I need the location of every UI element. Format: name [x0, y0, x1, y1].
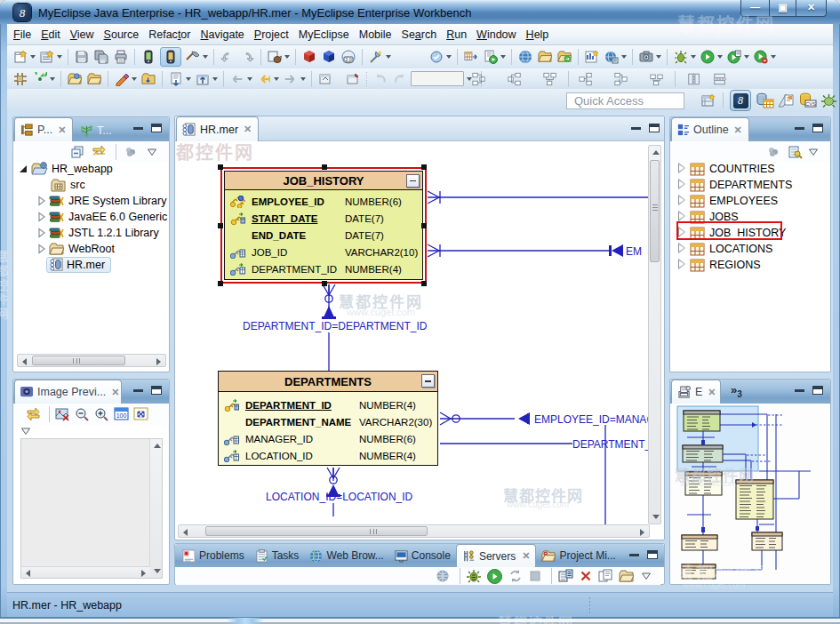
- svg-text:EM: EM: [626, 245, 642, 258]
- svg-text:DEPARTMENT_ID=DEPARTMENT_ID: DEPARTMENT_ID=DEPARTMENT_ID: [243, 320, 428, 332]
- svg-text:R: R: [613, 58, 617, 63]
- svg-text:2.0: 2.0: [345, 57, 352, 62]
- svg-text:CVS: CVS: [805, 101, 816, 107]
- svg-text:EMPLOYEE_ID=MANAG: EMPLOYEE_ID=MANAG: [534, 413, 650, 426]
- svg-text:DEPARTMENT_I: DEPARTMENT_I: [572, 438, 650, 451]
- svg-text:100: 100: [116, 412, 127, 419]
- svg-text:8: 8: [20, 6, 26, 20]
- svg-text:LOCATION_ID=LOCATION_ID: LOCATION_ID=LOCATION_ID: [266, 491, 413, 503]
